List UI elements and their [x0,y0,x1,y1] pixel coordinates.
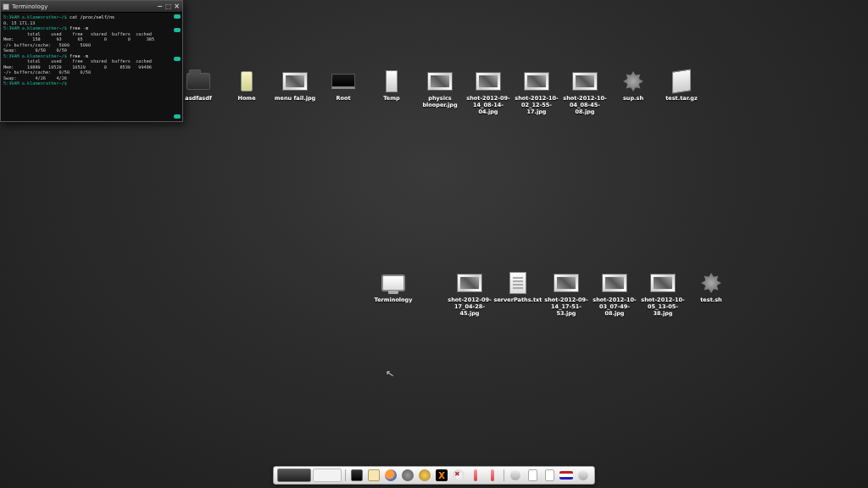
menufail-image[interactable]: menu fail.jpg [270,69,320,102]
shot4-image[interactable]: shot-2012-09-17_04-28-45.jpg [445,271,494,317]
icon-label: shot-2012-09-14_08-14-04.jpg [464,95,513,115]
taskbar-separator [345,469,346,481]
icon-label: shot-2012-10-02_12-55-17.jpg [512,95,561,115]
stick-app-2[interactable] [485,469,500,482]
xchat-launcher-icon: X [436,469,448,481]
icon-label: sup.sh [623,95,643,102]
img-icon [601,271,628,295]
terminology-window[interactable]: Terminology − ⬚ × 5:39AM a.klamenrather~… [0,0,183,122]
temp-folder[interactable]: Temp [367,69,416,102]
root-icon [330,69,357,93]
tray-page-2[interactable] [542,469,557,482]
close-button[interactable]: × [173,3,181,10]
terminal-launcher[interactable] [349,469,364,482]
terminal-badge-icon [174,57,181,61]
icon-label: test.sh [700,297,721,303]
icon-label: physics blooper.jpg [415,95,465,108]
home-icon [233,69,260,93]
terminal-badge-icon [174,28,181,32]
minimize-button[interactable]: − [156,3,164,10]
terminal-body[interactable]: 5:39AM a.klamenrather~/$ cat /proc/self/… [1,13,182,121]
settings-launcher-icon [402,469,414,481]
tray-flag-icon [559,471,573,480]
img-icon [571,69,598,93]
exec-icon [620,69,647,93]
tray-dot[interactable] [508,469,523,482]
pager[interactable] [277,469,311,482]
icon-label: Temp [383,95,399,102]
test-archive[interactable]: test.tar.gz [657,69,706,102]
folder-icon [185,69,212,93]
img-icon [456,271,483,295]
stick-app-2-icon [491,469,494,481]
taskbar-separator [504,469,504,481]
icon-label: shot-2012-10-03_07-49-08.jpg [590,297,639,317]
icon-label: shot-2012-09-14_17-51-53.jpg [542,297,591,317]
asdfasdf-folder[interactable]: asdfasdf [174,69,223,102]
close-app[interactable] [451,469,466,482]
shot3-image[interactable]: shot-2012-10-04_08-45-08.jpg [560,69,609,115]
physics-blooper-image[interactable]: physics blooper.jpg [415,69,465,108]
terminal-titlebar[interactable]: Terminology − ⬚ × [1,1,182,13]
sup-script[interactable]: sup.sh [609,69,658,102]
icon-label: asdfasdf [185,95,211,102]
shot7-image[interactable]: shot-2012-10-05_13-05-38.jpg [638,271,687,317]
task-empty[interactable] [313,469,342,482]
icon-label: test.tar.gz [665,95,698,102]
tray-page-2-icon [545,469,554,481]
icon-label: menu fail.jpg [275,95,315,102]
icon-label: Terminology [375,297,413,303]
tray-end[interactable] [576,469,591,482]
icon-label: shot-2012-10-05_13-05-38.jpg [638,297,687,317]
terminal-launcher-icon [351,469,363,481]
img-icon [649,271,676,295]
tray-page-icon [528,469,537,481]
icon-label: Root [336,95,350,102]
close-app-icon [453,469,465,481]
files-launcher[interactable] [366,469,381,482]
img-icon [426,69,453,93]
tray-page[interactable] [525,469,540,482]
monitor-icon [380,271,407,295]
exec-icon [698,271,725,295]
tray-end-icon [578,470,588,480]
img-icon [523,69,550,93]
terminal-badge-icon [174,114,181,119]
temp-icon [378,69,405,93]
terminal-app-icon [3,3,9,10]
tray-dot-icon [510,470,520,480]
tray-flag[interactable] [559,469,574,482]
mouse-cursor-icon: ↖ [385,367,395,380]
shot1-image[interactable]: shot-2012-09-14_08-14-04.jpg [464,69,513,115]
app-gold[interactable] [417,469,432,482]
stick-app-icon [474,469,477,481]
icon-label: serverPaths.txt [494,297,542,303]
maximize-button[interactable]: ⬚ [164,3,172,10]
icon-label: Home [237,95,255,102]
terminology-app[interactable]: Terminology [369,271,418,303]
firefox-launcher[interactable] [383,469,398,482]
shot5-image[interactable]: shot-2012-09-14_17-51-53.jpg [542,271,591,317]
img-icon [281,69,309,93]
stick-app[interactable] [468,469,483,482]
shot6-image[interactable]: shot-2012-10-03_07-49-08.jpg [590,271,639,317]
files-launcher-icon [368,469,380,481]
img-icon [553,271,580,295]
firefox-launcher-icon [385,469,397,481]
shot2-image[interactable]: shot-2012-10-02_12-55-17.jpg [512,69,561,115]
root-folder[interactable]: Root [319,69,368,102]
terminal-title: Terminology [12,3,47,10]
serverpaths-text[interactable]: serverPaths.txt [493,271,542,303]
settings-launcher[interactable] [400,469,415,482]
taskbar[interactable]: X [273,466,595,485]
archive-icon [668,69,695,93]
icon-label: shot-2012-09-17_04-28-45.jpg [445,297,494,317]
xchat-launcher[interactable]: X [434,469,449,482]
home-folder[interactable]: Home [222,69,271,102]
icon-label: shot-2012-10-04_08-45-08.jpg [560,95,609,115]
img-icon [475,69,502,93]
test-script[interactable]: test.sh [687,271,736,303]
text-icon [504,271,531,295]
terminal-badge-icon [174,14,181,19]
app-gold-icon [419,469,431,481]
